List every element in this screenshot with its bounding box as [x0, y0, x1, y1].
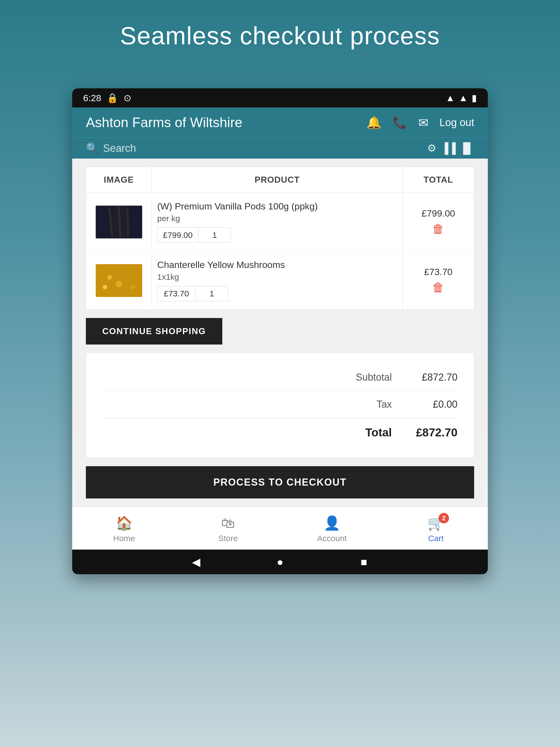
- cart-table-header: IMAGE PRODUCT TOTAL: [86, 167, 474, 193]
- order-summary: Subtotal £872.70 Tax £0.00 Total £872.70: [86, 353, 474, 458]
- phone-frame: 6:28 🔒 ⊙ ▲ ▲ ▮ Ashton Farms of Wiltshire…: [72, 88, 488, 574]
- signal-icon: ▲: [459, 93, 468, 103]
- lock-icon: 🔒: [107, 93, 118, 103]
- nav-label-account: Account: [317, 534, 347, 543]
- subtotal-row: Subtotal £872.70: [103, 364, 457, 391]
- col-header-total: TOTAL: [403, 167, 474, 192]
- product-quantity-1[interactable]: 1: [198, 228, 231, 243]
- nav-label-cart: Cart: [428, 534, 444, 543]
- total-label: Total: [365, 426, 392, 439]
- nav-label-home: Home: [113, 534, 135, 543]
- cart-table: IMAGE PRODUCT TOTAL: [86, 167, 474, 310]
- product-detail-cell-1: (W) Premium Vanilla Pods 100g (ppkg) per…: [152, 193, 403, 251]
- product-quantity-2[interactable]: 1: [196, 286, 228, 301]
- status-bar: 6:28 🔒 ⊙ ▲ ▲ ▮: [72, 88, 488, 107]
- product-total-cell-1: £799.00 🗑: [403, 200, 474, 244]
- circle-icon: ⊙: [124, 93, 131, 103]
- barcode-icon[interactable]: ▌▌▐▌: [444, 143, 474, 154]
- nav-item-account[interactable]: 👤 Account: [280, 507, 384, 549]
- total-row: Total £872.70: [103, 418, 457, 447]
- product-name-1: (W) Premium Vanilla Pods 100g (ppkg): [157, 201, 397, 212]
- svg-line-2: [115, 207, 116, 237]
- product-total-cell-2: £73.70 🗑: [403, 258, 474, 302]
- nav-item-cart[interactable]: 🛒 2 Cart: [384, 507, 488, 549]
- back-button[interactable]: ◀: [188, 554, 204, 570]
- search-right-icons: ⚙ ▌▌▐▌: [427, 142, 474, 154]
- continue-shopping-button[interactable]: CONTINUE SHOPPING: [86, 318, 222, 344]
- phone-icon[interactable]: 📞: [392, 115, 407, 130]
- home-icon: 🏠: [116, 515, 133, 531]
- search-bar: 🔍 Search ⚙ ▌▌▐▌: [72, 137, 488, 159]
- delete-item-2[interactable]: 🗑: [408, 281, 468, 294]
- table-row: Chanterelle Yellow Mushrooms 1x1kg £73.7…: [86, 251, 474, 310]
- product-unit-2: 1x1kg: [157, 272, 397, 282]
- app-content: IMAGE PRODUCT TOTAL: [72, 159, 488, 507]
- status-left: 6:28 🔒 ⊙: [83, 93, 131, 103]
- device-nav-bar: ◀ ● ■: [72, 549, 488, 574]
- search-label[interactable]: Search: [103, 143, 136, 154]
- subtotal-label: Subtotal: [356, 371, 392, 383]
- logout-button[interactable]: Log out: [439, 117, 474, 129]
- store-icon: 🛍: [221, 515, 235, 531]
- tax-label: Tax: [377, 398, 392, 410]
- product-price-2: £73.70: [157, 286, 196, 301]
- svg-line-3: [119, 208, 120, 236]
- header-icons: 🔔 📞 ✉ Log out: [366, 115, 474, 130]
- home-button[interactable]: ●: [272, 554, 288, 570]
- page-title: Seamless checkout process: [120, 22, 440, 50]
- svg-line-5: [127, 208, 128, 236]
- search-icon: 🔍: [86, 142, 99, 154]
- nav-item-store[interactable]: 🛍 Store: [176, 507, 280, 549]
- filter-icon[interactable]: ⚙: [427, 142, 436, 154]
- col-header-product: PRODUCT: [152, 167, 403, 192]
- app-name: Ashton Farms of Wiltshire: [86, 114, 242, 130]
- tax-row: Tax £0.00: [103, 391, 457, 418]
- recents-button[interactable]: ■: [356, 554, 372, 570]
- product-total-1: £799.00: [408, 208, 468, 219]
- mushroom-image: [96, 264, 142, 297]
- mushroom-texture: [96, 264, 142, 297]
- product-image-cell-2: [86, 256, 152, 305]
- search-left[interactable]: 🔍 Search: [86, 142, 136, 154]
- product-detail-cell-2: Chanterelle Yellow Mushrooms 1x1kg £73.7…: [152, 251, 403, 310]
- nav-item-home[interactable]: 🏠 Home: [72, 507, 176, 549]
- status-right: ▲ ▲ ▮: [446, 93, 477, 103]
- app-header: Ashton Farms of Wiltshire 🔔 📞 ✉ Log out: [72, 107, 488, 137]
- vanilla-pod-image: [96, 206, 142, 238]
- battery-icon: ▮: [472, 93, 477, 103]
- process-checkout-button[interactable]: PROCESS TO CHECKOUT: [86, 466, 474, 498]
- account-icon: 👤: [324, 515, 340, 531]
- col-header-image: IMAGE: [86, 167, 152, 192]
- subtotal-value: £872.70: [414, 371, 457, 383]
- product-image-cell-1: [86, 198, 152, 247]
- product-price-1: £799.00: [157, 228, 198, 243]
- nav-label-store: Store: [218, 534, 238, 543]
- product-unit-1: per kg: [157, 214, 397, 223]
- status-time: 6:28: [83, 93, 101, 103]
- tax-value: £0.00: [414, 398, 457, 410]
- mail-icon[interactable]: ✉: [418, 115, 429, 130]
- delete-item-1[interactable]: 🗑: [408, 222, 468, 236]
- bell-icon[interactable]: 🔔: [366, 115, 381, 130]
- price-qty-row-2: £73.70 1: [157, 286, 397, 301]
- bottom-nav: 🏠 Home 🛍 Store 👤 Account 🛒 2 Cart: [72, 507, 488, 549]
- total-value: £872.70: [414, 426, 457, 439]
- cart-badge: 2: [439, 513, 449, 523]
- product-total-2: £73.70: [408, 266, 468, 277]
- price-qty-row-1: £799.00 1: [157, 228, 397, 243]
- wifi-icon: ▲: [446, 93, 455, 103]
- product-name-2: Chanterelle Yellow Mushrooms: [157, 259, 397, 270]
- table-row: (W) Premium Vanilla Pods 100g (ppkg) per…: [86, 193, 474, 251]
- svg-line-4: [123, 207, 124, 237]
